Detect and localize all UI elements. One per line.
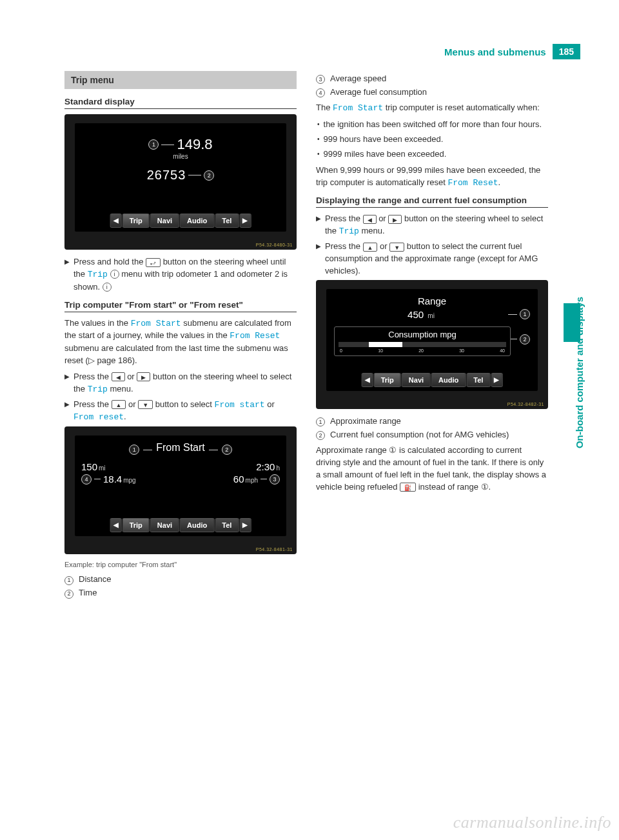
callout-1-icon: 1: [148, 139, 159, 150]
section-title: Trip menu: [64, 71, 297, 89]
step-select-from: ▶ Press the ▲ or ▼ button to select From…: [64, 399, 297, 425]
display-tabs: ◀ Trip Navi Audio Tel ▶: [110, 518, 251, 532]
subheading-standard-display: Standard display: [64, 97, 297, 109]
nav-left-icon: ◀: [110, 214, 122, 228]
bullet-ignition: •the ignition has been switched off for …: [316, 119, 548, 131]
step-select-consumption: ▶ Press the ▲ or ▼ button to select the …: [316, 241, 548, 277]
content-columns: Trip menu Standard display 1 149.8 miles…: [0, 39, 619, 601]
down-arrow-button-icon: ▼: [138, 400, 153, 409]
mph-value: 60: [233, 474, 244, 485]
image-tag: P54.32-8482-31: [507, 402, 544, 406]
left-arrow-button-icon: ◀: [363, 215, 377, 224]
paragraph-from-start-reset: The values in the From Start submenu are…: [64, 317, 297, 367]
tab-navi: Navi: [150, 518, 179, 532]
step-press-hold: ▶ Press and hold the ⮐ button on the ste…: [64, 256, 297, 294]
step-arrow-icon: ▶: [64, 371, 70, 396]
bullet-hours: •999 hours have been exceeded.: [316, 134, 548, 146]
image-tag: P54.32-8480-31: [256, 243, 293, 247]
paragraph-exceeded: When 9,999 hours or 99,999 miles have be…: [316, 165, 548, 190]
tab-audio: Audio: [180, 518, 214, 532]
tab-navi: Navi: [150, 214, 179, 228]
step-text: Press the ◀ or ▶ button on the steering …: [325, 213, 548, 238]
callout-1-icon: 1: [129, 445, 139, 455]
tab-navi: Navi: [402, 373, 431, 387]
legend-item-3: 3Average speed: [316, 73, 548, 85]
tab-audio: Audio: [180, 214, 214, 228]
page: Menus and submenus 185 On-board computer…: [0, 0, 619, 840]
display-tabs: ◀ Trip Navi Audio Tel ▶: [362, 373, 503, 387]
subheading-trip-computer: Trip computer "From start" or "From rese…: [64, 300, 297, 312]
legend-item-range-1: 1Approximate range: [316, 415, 548, 427]
header-title: Menus and submenus: [444, 46, 546, 57]
consumption-bar: [339, 342, 506, 347]
step-select-trip-2: ▶ Press the ◀ or ▶ button on the steerin…: [316, 213, 548, 238]
time-value: 2:30: [256, 461, 275, 472]
right-column: 3Average speed 4Average fuel consumption…: [316, 71, 548, 601]
tab-trip: Trip: [374, 373, 401, 387]
callout-3-icon: 3: [270, 474, 280, 485]
paragraph-reset-auto: The From Start trip computer is reset au…: [316, 102, 548, 115]
up-arrow-button-icon: ▲: [112, 400, 126, 409]
display-image-standard: 1 149.8 miles 26753 2 ◀ Trip Navi Au: [64, 114, 297, 250]
right-arrow-button-icon: ▶: [137, 372, 150, 381]
image-caption: Example: trip computer "From start": [64, 561, 297, 568]
subheading-range-consumption: Displaying the range and current fuel co…: [316, 195, 548, 208]
step-text: Press and hold the ⮐ button on the steer…: [74, 256, 297, 294]
callout-2-icon: 2: [222, 445, 232, 455]
image-tag: P54.32-8481-31: [256, 547, 293, 552]
display-image-range: Range 450 mi 1 Consumption mpg 010203040: [316, 280, 548, 409]
step-text: Press the ▲ or ▼ button to select the cu…: [325, 241, 548, 277]
step-arrow-icon: ▶: [64, 399, 70, 425]
step-select-trip: ▶ Press the ◀ or ▶ button on the steerin…: [64, 371, 297, 396]
from-start-title: From Start: [156, 442, 205, 454]
legend-item-1: 1Distance: [64, 574, 297, 585]
tab-audio: Audio: [431, 373, 466, 387]
nav-right-icon: ▶: [239, 518, 251, 532]
left-arrow-button-icon: ◀: [112, 372, 125, 381]
consumption-title: Consumption mpg: [339, 330, 506, 339]
range-title: Range: [330, 295, 534, 306]
left-column: Trip menu Standard display 1 149.8 miles…: [64, 71, 297, 601]
trip-odometer-value: 149.8: [177, 136, 212, 153]
trip-odometer-unit: miles: [173, 153, 188, 160]
paragraph-approx-range: Approximate range ① is calculated accord…: [316, 445, 548, 493]
distance-value: 150: [81, 461, 97, 472]
step-text: Press the ◀ or ▶ button on the steering …: [74, 371, 297, 396]
nav-left-icon: ◀: [110, 518, 122, 532]
side-tab-marker: [564, 303, 580, 342]
tab-tel: Tel: [215, 518, 239, 532]
step-arrow-icon: ▶: [316, 241, 321, 277]
callout-4-icon: 4: [81, 474, 92, 485]
refuel-icon: ⛽: [400, 483, 416, 492]
page-header: Menus and submenus 185: [444, 44, 580, 59]
callout-2-icon: 2: [204, 170, 214, 181]
nav-right-icon: ▶: [491, 373, 502, 387]
side-tab: On-board computer and displays: [564, 77, 580, 465]
legend-item-4: 4Average fuel consumption: [316, 86, 548, 98]
watermark: carmanualsonline.info: [453, 813, 611, 832]
step-text: Press the ▲ or ▼ button to select From s…: [74, 399, 297, 425]
tab-tel: Tel: [215, 214, 239, 228]
callout-2-icon: 2: [520, 334, 530, 345]
mpg-value: 18.4: [103, 474, 122, 485]
tab-tel: Tel: [466, 373, 490, 387]
nav-left-icon: ◀: [362, 373, 373, 387]
bullet-miles: •9999 miles have been exceeded.: [316, 148, 548, 161]
page-number: 185: [553, 44, 580, 59]
right-arrow-button-icon: ▶: [388, 215, 402, 224]
range-value: 450: [408, 309, 424, 320]
tab-trip: Trip: [123, 518, 150, 532]
tab-trip: Trip: [123, 214, 150, 228]
display-image-from-start: 1 From Start 2 150mi 2:30h 4: [64, 426, 297, 554]
legend-item-2: 2Time: [64, 587, 297, 599]
callout-1-icon: 1: [520, 309, 530, 319]
consumption-ticks: 010203040: [339, 348, 506, 353]
display-tabs: ◀ Trip Navi Audio Tel ▶: [110, 214, 251, 228]
step-arrow-icon: ▶: [64, 256, 70, 294]
odometer-value: 26753: [147, 168, 186, 183]
up-arrow-button-icon: ▲: [363, 243, 378, 252]
step-arrow-icon: ▶: [316, 213, 321, 238]
down-arrow-button-icon: ▼: [389, 243, 404, 252]
nav-right-icon: ▶: [239, 214, 251, 228]
back-button-icon: ⮐: [146, 258, 161, 267]
